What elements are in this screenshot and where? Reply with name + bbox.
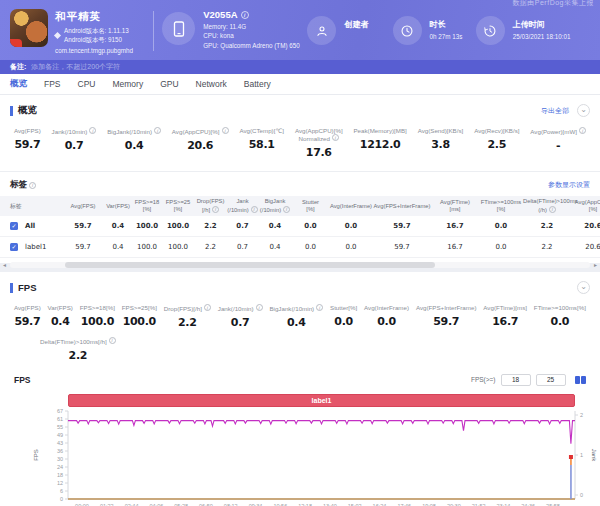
upload-time-block: 上传时间 25/03/2021 18:10:01	[476, 16, 590, 45]
table-cell: 0.7	[227, 222, 258, 231]
stat-item: Avg(FPS+InterFrame)59.7	[416, 304, 477, 329]
stat-value: 59.7	[14, 315, 41, 328]
stat-label: Stutter[%]	[330, 304, 357, 311]
stat-item: Avg(CTemp)[℃]58.1	[239, 127, 284, 159]
stat-item: Jank(/10min)i0.7	[52, 127, 97, 159]
info-icon[interactable]: i	[154, 127, 161, 134]
tab-FPS[interactable]: FPS	[44, 79, 61, 89]
history-clock-icon	[476, 16, 505, 45]
scroll-right-arrow[interactable]: ▸	[594, 261, 597, 268]
stat-label: Avg(Power)[mW]i	[530, 127, 586, 135]
svg-text:43: 43	[57, 440, 63, 446]
stat-value: 2.2	[164, 316, 211, 329]
stat-label: FTime>=100ms[%]	[534, 304, 586, 311]
table-cell: 0.4	[104, 222, 132, 231]
info-icon[interactable]: i	[89, 127, 96, 134]
table-cell: 0.0	[292, 222, 329, 231]
info-icon[interactable]: i	[204, 304, 211, 311]
stat-value: 0.7	[52, 139, 97, 152]
phone-icon	[162, 12, 195, 45]
info-icon[interactable]: i	[212, 206, 219, 213]
remark-bar[interactable]: 备注: 添加备注，不超过200个字符	[0, 60, 600, 74]
stat-item: FPS>=18[%]100.0	[80, 304, 115, 329]
remark-placeholder: 添加备注，不超过200个字符	[31, 62, 120, 72]
param-display-settings-link[interactable]: 参数显示设置	[548, 180, 590, 190]
device-cpu: CPU: kona	[203, 32, 300, 39]
info-icon[interactable]: i	[109, 337, 116, 344]
table-cell: 59.7	[62, 243, 104, 252]
game-app-icon	[10, 9, 48, 47]
section-accent-bar	[10, 283, 13, 293]
fps-threshold2-input[interactable]	[536, 374, 566, 386]
stat-item: FPS>=25[%]100.0	[122, 304, 157, 329]
svg-text:30: 30	[57, 456, 63, 462]
info-icon[interactable]: i	[222, 127, 229, 134]
app-info-block: 和平精英 Android版本名: 1.11.13 Android版本号: 915…	[10, 9, 153, 54]
labels-info-icon[interactable]: i	[29, 182, 36, 189]
scrollbar-thumb[interactable]	[65, 262, 435, 268]
fps-chart[interactable]: 6761554943363024181260210FPSJank00:0001:…	[0, 407, 600, 506]
svg-text:0: 0	[60, 496, 63, 502]
collapse-overview-button[interactable]: ⌄	[577, 104, 590, 117]
table-cell: 0.4	[258, 243, 292, 252]
stat-label: FPS>=25[%]	[122, 304, 157, 311]
row-label: label1	[25, 243, 46, 252]
table-cell: 16.7	[431, 243, 479, 252]
stat-value: 100.0	[80, 315, 115, 328]
tab-Memory[interactable]: Memory	[112, 79, 143, 89]
scroll-left-arrow[interactable]: ◂	[3, 261, 6, 268]
svg-text:0: 0	[580, 492, 583, 498]
stat-label: Avg(FTime)[ms]	[483, 304, 527, 311]
stat-value: 2.5	[474, 138, 519, 151]
collapse-fps-button[interactable]: ⌄	[577, 281, 590, 294]
row-checkbox[interactable]: ✓	[10, 243, 18, 251]
svg-text:67: 67	[57, 408, 63, 414]
info-icon[interactable]: i	[332, 134, 339, 141]
info-icon[interactable]: i	[579, 127, 586, 134]
section-accent-bar	[10, 106, 13, 116]
stat-item: Avg(InterFrame)0.0	[364, 304, 409, 329]
svg-text:1: 1	[580, 452, 583, 458]
export-all-link[interactable]: 导出全部	[541, 106, 569, 116]
stat-value: 0.0	[330, 315, 357, 328]
stat-label: Avg(Send)[KB/s]	[418, 127, 464, 134]
stat-value: 0.4	[107, 139, 161, 152]
info-icon[interactable]: i	[256, 304, 263, 311]
stat-value: 0.0	[364, 315, 409, 328]
svg-text:55: 55	[57, 424, 63, 430]
upload-time-label: 上传时间	[513, 19, 571, 30]
stat-label: Avg(FPS+InterFrame)	[416, 304, 477, 311]
tab-Battery[interactable]: Battery	[244, 79, 271, 89]
table-cell: 100.0	[132, 243, 162, 252]
tab-GPU[interactable]: GPU	[160, 79, 178, 89]
tab-CPU[interactable]: CPU	[78, 79, 96, 89]
nav-tabs: 概览FPSCPUMemoryGPUNetworkBattery	[0, 74, 600, 95]
tab-Network[interactable]: Network	[196, 79, 227, 89]
stat-item: Jank(/10min)i0.7	[218, 304, 263, 329]
chart-label-banner[interactable]: label1	[68, 394, 575, 407]
column-header: Stutter [%]	[292, 199, 329, 213]
table-cell: 0.0	[292, 243, 329, 252]
info-icon[interactable]: i	[251, 206, 258, 213]
device-info-icon[interactable]: i	[241, 11, 249, 19]
fps-chart-title: FPS	[14, 375, 31, 385]
horizontal-scrollbar[interactable]: ◂ ▸	[10, 262, 590, 268]
chart-display-settings-icon[interactable]	[575, 376, 587, 384]
row-checkbox[interactable]: ✓	[10, 222, 18, 230]
info-icon[interactable]: i	[316, 304, 323, 311]
column-header: Delta(FTime)>100ms (/h)i	[523, 198, 571, 214]
table-cell: 20.6	[571, 222, 600, 231]
stat-label: Jank(/10min)i	[218, 304, 263, 312]
stat-label: Delta(FTime)>100ms[/h]i	[40, 337, 116, 345]
table-cell: 0.4	[258, 222, 292, 231]
stat-item: Avg(Power)[mW]i-	[530, 127, 586, 159]
stat-label: Avg(FPS)	[14, 127, 41, 134]
svg-text:12: 12	[57, 480, 63, 486]
fps-threshold1-input[interactable]	[501, 374, 531, 386]
tab-概览[interactable]: 概览	[10, 78, 27, 90]
info-icon[interactable]: i	[549, 206, 556, 213]
info-icon[interactable]: i	[283, 206, 290, 213]
labels-title: 标签	[10, 179, 27, 191]
duration-value: 0h 27m 13s	[430, 33, 463, 40]
device-gpu: GPU: Qualcomm Adreno (TM) 650	[203, 42, 300, 49]
